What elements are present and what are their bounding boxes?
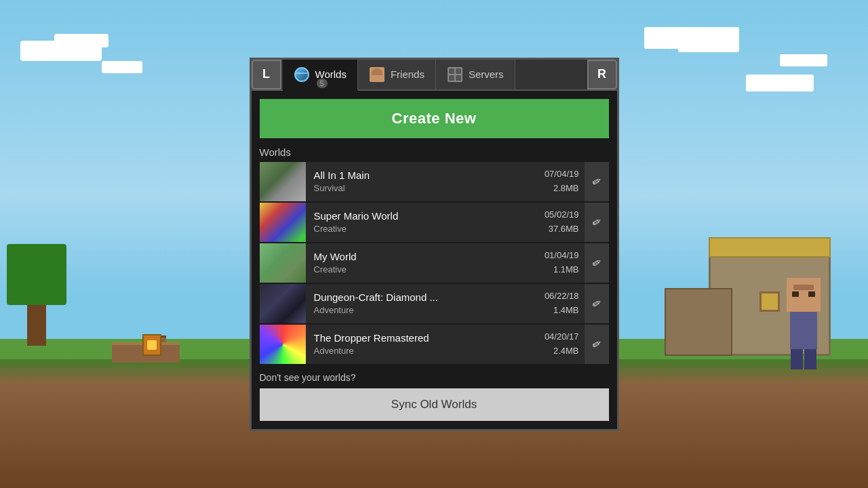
world-thumbnail-5 [260, 325, 306, 364]
pencil-icon-5: ✏ [589, 336, 604, 352]
world-mode-4: Adventure [314, 305, 531, 315]
modal-overlay: L Worlds 5 Friends [0, 0, 868, 488]
world-thumbnail-4 [260, 284, 306, 323]
tab-right-button[interactable]: R [587, 60, 617, 89]
modal-content: Create New Worlds All In 1 Main Survival… [252, 91, 617, 429]
world-date-2: 05/02/19 [545, 208, 579, 222]
world-edit-button-3[interactable]: ✏ [585, 243, 609, 283]
world-info-3: My World Creative [306, 245, 539, 280]
world-info-5: The Dropper Remastered Adventure [306, 327, 539, 361]
tab-bar: L Worlds 5 Friends [252, 60, 617, 91]
world-item[interactable]: All In 1 Main Survival 07/04/19 2.8MB ✏ [260, 162, 609, 201]
world-size-2: 37.6MB [545, 222, 579, 237]
globe-icon [294, 66, 310, 83]
world-mode-3: Creative [314, 264, 531, 274]
world-item-2[interactable]: Super Mario World Creative 05/02/19 37.6… [260, 203, 609, 242]
sync-button[interactable]: Sync Old Worlds [260, 388, 609, 421]
world-name-1: All In 1 Main [314, 169, 531, 181]
world-item-3[interactable]: My World Creative 01/04/19 1.1MB ✏ [260, 243, 609, 283]
person-icon [369, 66, 385, 83]
world-size-1: 2.8MB [545, 182, 579, 196]
pencil-icon-4: ✏ [589, 296, 604, 311]
world-name-4: Dungeon-Craft: Diamond ... [314, 291, 531, 303]
world-date-5: 04/20/17 [545, 330, 579, 344]
world-edit-button-2[interactable]: ✏ [585, 203, 609, 242]
world-size-4: 1.4MB [545, 304, 579, 318]
world-name-2: Super Mario World [314, 210, 531, 222]
world-mode-1: Survival [314, 183, 531, 193]
world-list: All In 1 Main Survival 07/04/19 2.8MB ✏ [260, 162, 609, 364]
world-info-1: All In 1 Main Survival [306, 164, 539, 199]
tab-friends[interactable]: Friends [358, 60, 436, 89]
tab-friends-label: Friends [391, 68, 425, 80]
world-date-3: 01/04/19 [545, 249, 579, 263]
create-new-button[interactable]: Create New [260, 99, 609, 138]
world-date-1: 07/04/19 [545, 167, 579, 182]
tabs-container: Worlds 5 Friends [283, 60, 586, 89]
tab-left-button[interactable]: L [252, 60, 281, 89]
world-size-3: 1.1MB [545, 263, 579, 277]
globe-icon-graphic [294, 67, 309, 82]
world-thumbnail-2 [260, 203, 306, 242]
pencil-icon-3: ✏ [589, 255, 604, 270]
world-thumbnail-1 [260, 162, 306, 201]
world-edit-button-1[interactable]: ✏ [585, 162, 609, 201]
world-edit-button-4[interactable]: ✏ [585, 284, 609, 323]
server-icon-graphic [448, 67, 462, 82]
sync-prompt: Don't see your worlds? [260, 372, 609, 383]
worlds-section-label: Worlds [260, 146, 609, 158]
world-item-5[interactable]: The Dropper Remastered Adventure 04/20/1… [260, 325, 609, 364]
world-meta-1: 07/04/19 2.8MB [539, 162, 585, 201]
world-meta-5: 04/20/17 2.4MB [539, 325, 585, 364]
server-icon [447, 66, 463, 83]
world-meta-4: 06/22/18 1.4MB [539, 284, 585, 323]
tab-servers[interactable]: Servers [436, 60, 515, 89]
sync-section: Don't see your worlds? Sync Old Worlds [260, 372, 609, 421]
world-date-4: 06/22/18 [545, 289, 579, 304]
world-mode-2: Creative [314, 224, 531, 234]
world-mode-5: Adventure [314, 346, 531, 356]
tab-servers-label: Servers [469, 68, 504, 80]
pencil-icon-1: ✏ [589, 174, 604, 189]
world-thumbnail-3 [260, 243, 306, 283]
world-size-5: 2.4MB [545, 344, 579, 359]
tab-worlds-badge: 5 [317, 79, 328, 88]
world-meta-2: 05/02/19 37.6MB [539, 203, 585, 242]
world-item-4[interactable]: Dungeon-Craft: Diamond ... Adventure 06/… [260, 284, 609, 323]
world-info-4: Dungeon-Craft: Diamond ... Adventure [306, 286, 539, 321]
pencil-icon-2: ✏ [589, 214, 604, 230]
world-edit-button-5[interactable]: ✏ [585, 325, 609, 364]
world-name-5: The Dropper Remastered [314, 332, 531, 344]
world-meta-3: 01/04/19 1.1MB [539, 243, 585, 283]
world-info-2: Super Mario World Creative [306, 205, 539, 239]
world-name-3: My World [314, 251, 531, 262]
tab-worlds[interactable]: Worlds 5 [283, 60, 358, 91]
modal: L Worlds 5 Friends [250, 58, 619, 431]
